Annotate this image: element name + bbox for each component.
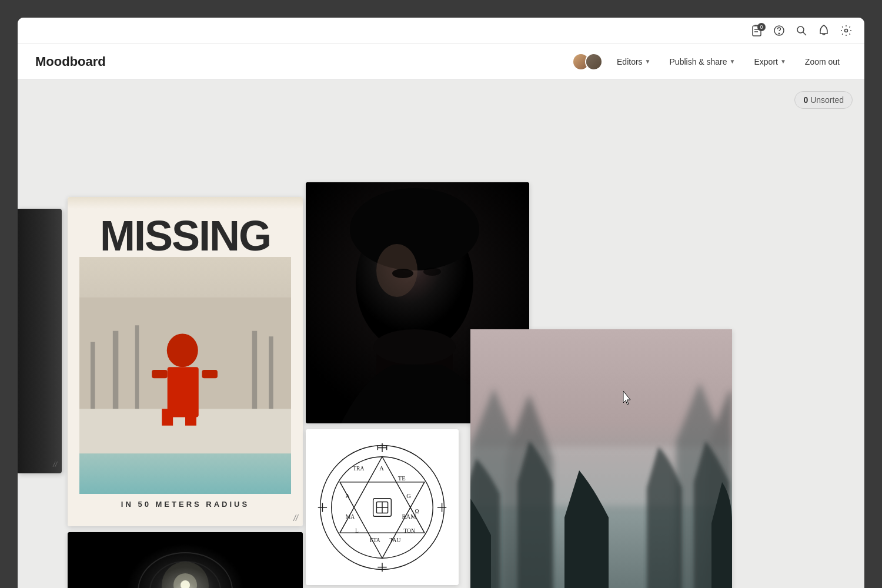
unsorted-count: 0 — [803, 95, 808, 105]
clipboard-count: 0 — [757, 23, 766, 31]
svg-text:TAU: TAU — [389, 537, 400, 543]
svg-point-5 — [797, 26, 804, 33]
editors-button[interactable]: Editors ▼ — [610, 54, 657, 70]
editor-avatars — [572, 53, 603, 71]
svg-line-6 — [803, 32, 807, 36]
unsorted-label: Unsorted — [810, 95, 844, 105]
svg-rect-13 — [252, 331, 258, 409]
svg-rect-12 — [135, 325, 139, 409]
settings-icon[interactable] — [840, 24, 853, 37]
missing-caption: IN 50 METERS RADIUS — [121, 494, 249, 514]
publish-label: Publish & share — [670, 57, 727, 66]
svg-rect-19 — [152, 370, 168, 378]
missing-title: MISSING — [100, 215, 270, 257]
card-forest[interactable] — [470, 329, 732, 588]
card-missing[interactable]: MISSING — [68, 197, 303, 526]
svg-point-7 — [845, 29, 848, 32]
svg-point-26 — [392, 269, 413, 278]
editors-chevron: ▼ — [645, 58, 651, 65]
help-icon[interactable] — [773, 24, 786, 37]
export-button[interactable]: Export ▼ — [747, 54, 793, 70]
svg-text:RAM: RAM — [402, 513, 417, 520]
svg-text:MA: MA — [346, 513, 355, 520]
svg-rect-14 — [269, 336, 273, 409]
export-chevron: ▼ — [780, 58, 786, 65]
svg-point-27 — [423, 268, 441, 276]
svg-text:TRA: TRA — [353, 465, 364, 471]
svg-text:ETA: ETA — [370, 537, 380, 543]
zoom-label: Zoom out — [805, 57, 840, 66]
canvas-area: 0 Unsorted // MISSING — [18, 79, 864, 588]
svg-text:G: G — [406, 492, 411, 499]
svg-marker-34 — [340, 482, 425, 557]
forest-content — [470, 329, 732, 588]
notification-icon[interactable] — [817, 24, 830, 37]
svg-point-15 — [167, 333, 198, 367]
svg-point-4 — [779, 33, 780, 34]
svg-text:Ω: Ω — [415, 507, 419, 514]
header-actions: Editors ▼ Publish & share ▼ Export ▼ Zoo… — [572, 53, 847, 71]
svg-rect-17 — [162, 409, 173, 425]
card-edge-left[interactable]: // — [18, 209, 62, 473]
editors-label: Editors — [617, 57, 643, 66]
svg-text:TON: TON — [403, 527, 415, 534]
clipboard-icon[interactable]: 0 — [750, 24, 763, 37]
zoom-button[interactable]: Zoom out — [798, 54, 847, 70]
export-label: Export — [754, 57, 777, 66]
missing-scene — [79, 257, 291, 494]
edge-card-content: // — [18, 209, 62, 473]
publish-chevron: ▼ — [730, 58, 736, 65]
topbar: 0 — [18, 18, 864, 44]
svg-text:A: A — [379, 465, 384, 471]
card-mystic[interactable]: A TE G RAM TRA A MA L ETA TAU TON Ω // — [306, 429, 459, 585]
svg-rect-11 — [113, 331, 118, 409]
search-icon[interactable] — [795, 24, 808, 37]
header: Moodboard Editors ▼ Publish & share ▼ Ex… — [18, 44, 864, 79]
card-tunnel[interactable] — [68, 532, 303, 588]
publish-button[interactable]: Publish & share ▼ — [663, 54, 743, 70]
svg-rect-10 — [91, 342, 95, 409]
svg-text:A: A — [346, 492, 350, 499]
svg-text:L: L — [355, 527, 359, 534]
svg-rect-20 — [202, 370, 218, 378]
svg-text:TE: TE — [398, 475, 406, 482]
svg-point-29 — [373, 329, 456, 365]
avatar-2 — [585, 53, 603, 71]
svg-rect-18 — [185, 409, 196, 425]
tunnel-content — [68, 532, 303, 588]
mystic-content: A TE G RAM TRA A MA L ETA TAU TON Ω // — [306, 429, 459, 585]
page-title: Moodboard — [35, 54, 572, 69]
unsorted-badge[interactable]: 0 Unsorted — [794, 91, 853, 109]
missing-poster-content: MISSING — [68, 197, 303, 526]
